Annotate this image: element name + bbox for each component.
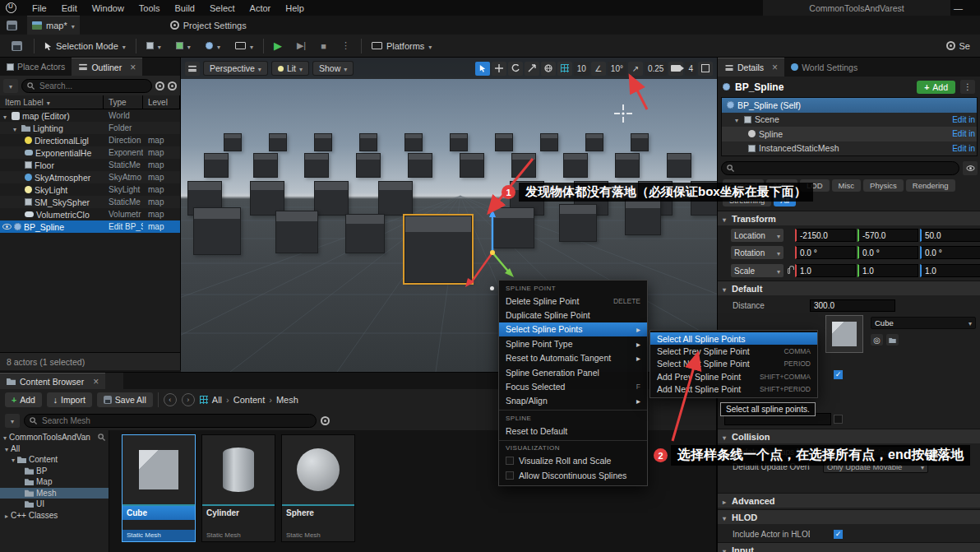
section-advanced[interactable]: Advanced [718, 493, 980, 508]
tree-item-ui[interactable]: UI [0, 499, 109, 510]
menu-actor[interactable]: Actor [243, 0, 279, 16]
details-search-input[interactable] [737, 163, 954, 174]
expander-icon[interactable] [12, 455, 17, 464]
scale-y-field[interactable]: 1.0 [858, 264, 918, 277]
distance-field[interactable]: 300.0 [810, 299, 895, 312]
lock-icon[interactable] [788, 268, 790, 274]
scale-tool-icon[interactable] [525, 62, 539, 76]
rotation-snap-value[interactable]: 10° [608, 62, 626, 76]
table-row[interactable]: ExponentialHe Exponentmap [0, 146, 180, 159]
section-transform[interactable]: Transform [718, 211, 980, 225]
table-row[interactable]: Floor StaticMemap [0, 159, 180, 171]
asset-card-sphere[interactable]: Sphere Static Mesh [281, 434, 355, 542]
spline-point[interactable] [490, 286, 494, 290]
outliner-filter-icon[interactable] [155, 81, 164, 90]
chevron-down-icon[interactable] [72, 21, 75, 30]
expander-icon[interactable] [13, 123, 19, 133]
section-input[interactable]: Input [718, 542, 980, 552]
tab-outliner[interactable]: Outliner [72, 58, 142, 76]
menu-item-spline-point-type[interactable]: Spline Point Type [499, 336, 647, 350]
import-button[interactable]: ↓Import [47, 392, 92, 407]
tree-item-mesh[interactable]: Mesh [0, 488, 109, 499]
content-settings-icon[interactable] [321, 416, 330, 425]
rotation-y-field[interactable]: 0.0 ° [858, 246, 918, 259]
checkbox-checked[interactable] [834, 370, 843, 379]
tree-item-all[interactable]: All [0, 443, 109, 455]
forward-button[interactable]: › [182, 393, 195, 406]
table-row[interactable]: DirectionalLigl Directionmap [0, 134, 180, 146]
menu-item-select-prev-spline-point[interactable]: Select Prev Spline PointCOMMA [650, 345, 817, 357]
cinematics-button[interactable] [230, 39, 258, 53]
location-x-field[interactable]: -2150.0 [795, 229, 856, 242]
menu-help[interactable]: Help [278, 0, 312, 16]
level-tab-map[interactable]: map* [27, 16, 80, 35]
tab-place-actors[interactable]: Place Actors [0, 58, 72, 76]
tree-item-bp[interactable]: BP [0, 466, 109, 477]
select-tool-icon[interactable] [475, 62, 490, 76]
menu-item-spline-generation-panel[interactable]: Spline Generation Panel [499, 365, 647, 379]
table-row[interactable]: SkyAtmospher SkyAtmomap [0, 171, 180, 183]
perspective-dropdown[interactable]: Perspective [203, 61, 268, 76]
menu-item-delete-spline-point[interactable]: Delete Spline PointDELETE [499, 294, 647, 308]
table-row[interactable]: SM_SkySpher StaticMemap [0, 196, 180, 208]
scale-snap-icon[interactable]: ↗ [628, 62, 643, 76]
menu-item-visualize-roll-and-scale[interactable]: Visualize Roll and Scale [499, 454, 647, 468]
component-row-self[interactable]: BP_Spline (Self) [722, 98, 977, 113]
mesh-select-dropdown[interactable]: Cube [871, 317, 976, 329]
display-filter-eye-icon[interactable] [963, 161, 978, 175]
section-hlod[interactable]: HLOD [718, 509, 980, 524]
tree-item-map[interactable]: Map [0, 476, 109, 488]
tree-item-content[interactable]: Content [0, 454, 109, 466]
project-settings-button[interactable]: Project Settings [170, 21, 247, 30]
selection-mode-dropdown[interactable]: Selection Mode [39, 39, 131, 53]
content-search-input[interactable] [40, 415, 311, 426]
section-default[interactable]: Default [718, 281, 980, 295]
expander-icon[interactable] [5, 511, 11, 520]
checkbox-unchecked[interactable] [834, 415, 843, 424]
menu-item-select-spline-points[interactable]: Select Spline Points [499, 322, 647, 336]
stop-button[interactable]: ■ [316, 39, 331, 53]
checkbox-unchecked[interactable] [506, 471, 514, 480]
save-all-button[interactable]: Save All [97, 392, 153, 407]
location-dropdown[interactable]: Location [731, 229, 784, 242]
visibility-eye-icon[interactable] [2, 224, 12, 230]
save-all-icon[interactable] [7, 21, 17, 30]
mesh-thumbnail[interactable] [825, 315, 863, 353]
breadcrumb-content[interactable]: Content [233, 395, 266, 405]
filter-misc[interactable]: Misc [832, 179, 862, 192]
checkbox-unchecked[interactable] [506, 457, 514, 465]
menu-item-select-next-spline-point[interactable]: Select Next Spline PointPERIOD [650, 358, 817, 370]
filter-icon[interactable] [3, 79, 18, 93]
viewport-menu-icon[interactable] [185, 62, 200, 76]
column-item-label[interactable]: Item Label [0, 95, 104, 109]
tab-content-browser[interactable]: Content Browser [0, 373, 105, 389]
section-collision[interactable]: Collision [718, 429, 980, 443]
add-component-button[interactable]: Add [917, 81, 955, 94]
back-button[interactable]: ‹ [164, 393, 177, 406]
expander-icon[interactable] [735, 114, 741, 124]
asset-card-cube[interactable]: Cube Static Mesh [122, 434, 196, 542]
menu-file[interactable]: File [25, 0, 54, 16]
world-coordinate-icon[interactable] [541, 62, 556, 76]
table-row-selected[interactable]: BP_Spline Edit BP_Smap [0, 220, 180, 233]
rotation-z-field[interactable]: 0.0 ° [920, 246, 980, 259]
menu-build[interactable]: Build [168, 0, 202, 16]
save-icon[interactable] [12, 41, 22, 51]
table-row[interactable]: SkyLight SkyLightmap [0, 183, 180, 196]
platforms-dropdown[interactable]: Platforms [367, 39, 437, 53]
move-tool-icon[interactable] [492, 62, 506, 76]
paint-mode-button[interactable] [141, 39, 166, 53]
scale-z-field[interactable]: 1.0 [920, 264, 980, 277]
menu-item-reset-to-automatic-tangent[interactable]: Reset to Automatic Tangent [499, 351, 647, 365]
details-search[interactable] [721, 161, 959, 175]
menu-edit[interactable]: Edit [54, 0, 85, 16]
minimize-button[interactable] [954, 0, 963, 16]
menu-item-select-all-spline-points[interactable]: Select All Spline Points [650, 332, 817, 345]
filter-rendering[interactable]: Rendering [906, 179, 955, 192]
show-dropdown[interactable]: Show [312, 61, 354, 76]
blueprints-button[interactable] [201, 39, 225, 53]
tab-world-settings[interactable]: World Settings [784, 58, 864, 77]
filter-icon[interactable] [5, 414, 20, 428]
menu-item-allow-discontinuous-splines[interactable]: Allow Discontinuous Splines [499, 468, 647, 482]
component-row-scene[interactable]: SceneEdit in [722, 113, 977, 128]
